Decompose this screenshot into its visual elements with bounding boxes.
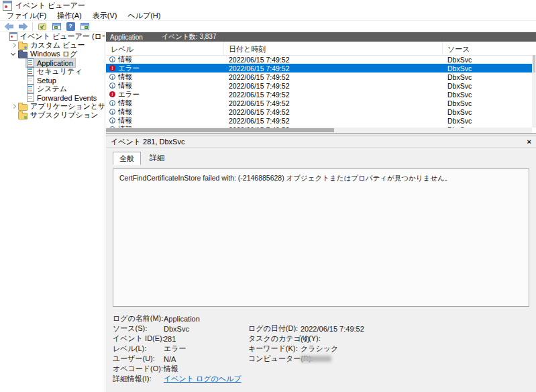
toolbar-separator: [32, 22, 33, 31]
page-icon: [27, 76, 34, 85]
datetime-cell: 2022/06/15 7:49:52: [224, 73, 443, 81]
event-viewer-window: イベント ビューアー ファイル(F)操作(A)表示(V)ヘルプ(H) ? イベン…: [0, 0, 536, 392]
table-row[interactable]: 情報2022/06/15 7:49:52DbxSvc: [106, 81, 532, 90]
info-icon: [109, 100, 115, 106]
table-row[interactable]: 情報2022/06/15 7:49:52DbxSvc: [106, 116, 532, 125]
property-row: オペコード(O):情報: [113, 364, 536, 374]
property-row: 詳細情報(I):イベント ログのヘルプ: [113, 374, 536, 384]
sidebar-item[interactable]: サブスクリプション: [0, 111, 105, 119]
preview-pane: イベント 281, DbxSvc × 全般詳細 CertFindCertific…: [106, 136, 536, 392]
chevron-spacer: [19, 60, 26, 66]
log-file-icon: [27, 85, 34, 93]
table-row[interactable]: 情報2022/06/15 7:49:52DbxSvc: [106, 107, 532, 116]
table-row[interactable]: エラー2022/06/15 7:49:52DbxSvc: [106, 90, 532, 99]
detail-tabs: 全般詳細: [106, 148, 536, 165]
table-row[interactable]: 情報2022/06/15 7:49:52DbxSvc: [106, 72, 532, 81]
chevron-spacer: [1, 34, 9, 40]
chevron-right-icon[interactable]: [10, 103, 17, 110]
tab-詳細[interactable]: 詳細: [144, 152, 170, 165]
horizontal-scrollbar[interactable]: [106, 128, 532, 133]
help-glyph: ?: [66, 22, 75, 31]
property-label: ソース(S):: [113, 324, 164, 334]
property-label: ログの名前(M):: [113, 313, 164, 324]
column-header-level[interactable]: レベル: [106, 42, 224, 55]
level-text: 情報: [118, 72, 132, 82]
menu-item[interactable]: ファイル(F): [1, 11, 52, 21]
level-cell: 情報: [106, 107, 224, 117]
tree-item-label: Application: [37, 59, 73, 67]
sidebar-item[interactable]: システム: [0, 85, 105, 93]
show-console-tree-icon[interactable]: [37, 21, 48, 32]
column-header-source[interactable]: ソース: [443, 42, 536, 55]
chevron-down-icon[interactable]: [10, 51, 17, 58]
level-cell: 情報: [106, 81, 224, 91]
source-cell: DbxSvc: [443, 73, 532, 81]
event-message[interactable]: CertFindCertificateInStore failed with: …: [113, 168, 529, 307]
level-text: 情報: [118, 55, 132, 64]
property-value: エラー: [164, 344, 248, 354]
menu-item[interactable]: ヘルプ(H): [122, 11, 166, 21]
computer-name-redacted: [301, 356, 331, 362]
pane-header: Application イベント数: 3,837: [106, 32, 536, 42]
event-viewer-icon: [9, 32, 17, 41]
datetime-cell: 2022/06/15 7:49:52: [224, 99, 443, 107]
window-icon[interactable]: [51, 21, 62, 32]
menu-item[interactable]: 操作(A): [52, 11, 87, 21]
vertical-scrollbar[interactable]: [532, 55, 536, 128]
vertical-scrollbar-thumb[interactable]: [533, 55, 535, 72]
sidebar-item[interactable]: セキュリティ: [0, 67, 105, 76]
chevron-right-icon[interactable]: [10, 42, 17, 49]
close-icon[interactable]: ×: [527, 137, 531, 146]
log-file-icon: [27, 58, 34, 67]
menu-bar: ファイル(F)操作(A)表示(V)ヘルプ(H): [0, 11, 536, 21]
error-icon: [109, 65, 115, 71]
event-viewer-app-icon: [3, 1, 12, 11]
level-text: 情報: [118, 116, 132, 126]
source-cell: DbxSvc: [443, 91, 532, 99]
preview-header: イベント 281, DbxSvc ×: [106, 136, 536, 148]
forward-icon[interactable]: [17, 21, 28, 32]
pane-title: Application: [110, 34, 143, 41]
level-cell: エラー: [106, 90, 224, 99]
property-label: レベル(L):: [113, 344, 164, 354]
property-value: N/A: [164, 355, 248, 363]
source-cell: DbxSvc: [443, 117, 532, 125]
info-icon: [109, 109, 115, 115]
tree-item-body: Windows ログ: [17, 50, 79, 58]
level-text: 情報: [118, 99, 132, 108]
property-label: キーワード(K):: [248, 344, 301, 354]
chevron-spacer: [19, 95, 26, 101]
property-value: 情報: [164, 364, 248, 374]
chevron-spacer: [19, 68, 26, 75]
tree-item-label: Setup: [37, 77, 56, 85]
error-icon: [109, 91, 115, 97]
table-row[interactable]: 情報2022/06/15 7:49:52DbxSvc: [106, 55, 532, 64]
datetime-cell: 2022/06/15 7:49:52: [224, 108, 443, 116]
tree-item-label: セキュリティ: [37, 66, 83, 77]
folder-custom-views-icon: [18, 43, 28, 50]
datetime-cell: 2022/06/15 7:49:52: [224, 64, 443, 72]
property-row: ソース(S):DbxSvcログの日付(D):2022/06/15 7:49:52: [113, 324, 536, 334]
horizontal-scrollbar-thumb[interactable]: [106, 128, 334, 132]
property-value: Application: [164, 315, 248, 323]
level-cell: 情報: [106, 99, 224, 108]
event-count: イベント数: 3,837: [162, 32, 217, 42]
column-header-datetime[interactable]: 日付と時刻: [224, 42, 443, 55]
toolbar: ?: [0, 21, 536, 32]
table-row[interactable]: エラー2022/06/15 7:49:52DbxSvc: [106, 64, 532, 72]
level-cell: 情報: [106, 72, 224, 82]
tab-全般[interactable]: 全般: [113, 152, 141, 165]
event-log-help-link[interactable]: イベント ログのヘルプ: [164, 374, 248, 384]
menu-item[interactable]: 表示(V): [87, 11, 123, 21]
property-value: DbxSvc: [164, 325, 248, 333]
property-label: タスクのカテゴリ(Y):: [248, 334, 301, 344]
sidebar-item[interactable]: Windows ログ: [0, 50, 105, 58]
property-value: クラシック: [301, 344, 338, 354]
back-icon[interactable]: [3, 21, 14, 32]
window-title: イベント ビューアー: [15, 1, 85, 11]
show-action-pane-icon[interactable]: [79, 21, 90, 32]
info-icon: [109, 74, 115, 80]
property-value: (4): [301, 335, 309, 343]
help-icon[interactable]: ?: [65, 21, 76, 32]
table-row[interactable]: 情報2022/06/15 7:49:52DbxSvc: [106, 99, 532, 107]
